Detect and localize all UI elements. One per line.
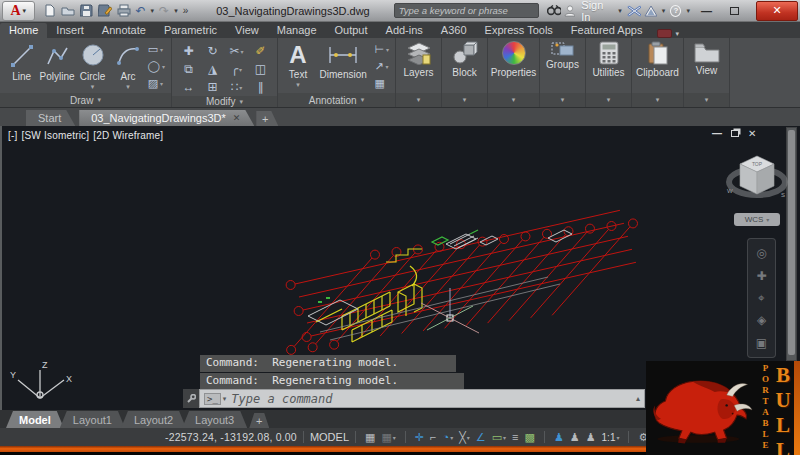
array-tool[interactable]: ∷▾	[231, 81, 243, 93]
autoscale-toggle[interactable]: ♟	[570, 432, 580, 443]
a360-x-icon[interactable]	[627, 5, 641, 17]
tab-annotate[interactable]: Annotate	[93, 23, 155, 38]
qat-overflow-icon[interactable]: »	[183, 5, 189, 16]
search-input[interactable]	[399, 5, 534, 16]
annotation-visibility-toggle[interactable]: ♟	[554, 432, 564, 443]
visual-style-control[interactable]: [2D Wireframe]	[93, 130, 163, 141]
groups-expand-icon[interactable]: ▾	[561, 96, 565, 104]
undo-icon[interactable]: ↶	[136, 5, 146, 17]
viewport-menu-control[interactable]: [-]	[8, 130, 18, 141]
tab-a360[interactable]: A360	[432, 23, 476, 38]
draw-panel-footer[interactable]: Draw ▾	[0, 93, 171, 107]
circle-button[interactable]: Circle ▾	[75, 40, 110, 93]
exchange-dropdown-icon[interactable]: ▾	[662, 7, 666, 15]
command-input[interactable]	[231, 392, 632, 406]
scale-tool[interactable]: ⊞	[207, 81, 217, 93]
redo-icon[interactable]: ↷	[159, 5, 169, 17]
tab-parametric[interactable]: Parametric	[155, 23, 226, 38]
exchange-apps-icon[interactable]	[644, 5, 657, 17]
utilities-expand-icon[interactable]: ▾	[607, 96, 611, 104]
line-button[interactable]: Line	[4, 40, 39, 93]
grid-display-toggle[interactable]: ▦	[365, 432, 375, 443]
arc-button[interactable]: Arc ▾	[110, 40, 145, 93]
dimension-style-tool[interactable]: ⊢ ▾	[374, 44, 389, 55]
new-drawing-tab-button[interactable]: +	[256, 111, 278, 126]
layers-panel[interactable]: Layers ▾	[396, 38, 442, 107]
sign-in-person-icon[interactable]	[564, 5, 575, 17]
tab-output[interactable]: Output	[326, 23, 377, 38]
navigation-wheel-icon[interactable]: ◎	[756, 247, 766, 259]
tab-add-ins[interactable]: Add-ins	[377, 23, 432, 38]
sign-in-dropdown-icon[interactable]: ▾	[618, 7, 622, 15]
help-icon[interactable]: ?	[670, 5, 681, 17]
dimension-button[interactable]: Dimension	[314, 40, 372, 93]
undo-dropdown-icon[interactable]: ▾	[151, 7, 155, 15]
tab-insert[interactable]: Insert	[47, 23, 93, 38]
layout-tab-model[interactable]: Model	[6, 411, 64, 428]
command-palette[interactable]: >_ ▾ ▴	[183, 389, 645, 408]
fillet-tool[interactable]: ╭▾	[231, 63, 242, 75]
close-button[interactable]: ✕	[756, 1, 798, 21]
mirror-tool[interactable]: ◮	[208, 63, 217, 75]
stretch-tool[interactable]: ↔	[183, 81, 195, 93]
modify-panel-footer[interactable]: Modify ▾	[172, 96, 277, 107]
trim-tool[interactable]: ✂▾	[229, 45, 243, 57]
move-tool[interactable]: ✚	[183, 45, 193, 57]
scale-selector[interactable]: 1:1▾	[602, 432, 620, 443]
command-customize-button[interactable]	[183, 389, 199, 408]
text-button[interactable]: A Text ▾	[282, 40, 314, 93]
annotation-panel-footer[interactable]: Annotation ▾	[278, 93, 395, 107]
clipboard-expand-icon[interactable]: ▾	[656, 96, 660, 104]
file-tab-close-icon[interactable]: ✕	[233, 113, 241, 123]
drawing-minimize-icon[interactable]: —	[712, 128, 722, 139]
save-icon[interactable]	[80, 4, 93, 17]
command-expand-icon[interactable]: ▴	[636, 394, 640, 403]
hatch-tool[interactable]: ▨ ▾	[148, 78, 165, 89]
tab-home[interactable]: Home	[0, 23, 47, 38]
annotation-scale-button[interactable]: ♟	[586, 432, 596, 443]
plot-printer-icon[interactable]	[117, 4, 131, 17]
pan-icon[interactable]: ✚	[756, 270, 766, 282]
groups-panel[interactable]: Groups ▾	[540, 38, 586, 107]
zoom-extents-icon[interactable]: ⌖	[758, 292, 765, 304]
rectangle-tool[interactable]: ▭ ▾	[148, 44, 165, 55]
model-space-toggle[interactable]: MODEL	[310, 431, 349, 443]
minimize-button[interactable]: —	[692, 5, 721, 17]
help-dropdown-icon[interactable]: ▾	[686, 7, 690, 15]
ribbon-extra-icon[interactable]	[657, 29, 672, 38]
offset-tool[interactable]: ∥	[258, 81, 264, 93]
view-panel[interactable]: View ▾	[684, 38, 730, 107]
ellipse-tool[interactable]: ◯ ▾	[148, 61, 165, 72]
block-panel[interactable]: Block ▾	[442, 38, 488, 107]
viewcube[interactable]: TOP W S	[724, 146, 792, 212]
wcs-dropdown[interactable]: WCS ▾	[734, 213, 780, 226]
sign-in-label[interactable]: Sign In	[581, 0, 613, 23]
application-menu-button[interactable]: A ▾	[2, 1, 35, 21]
search-field[interactable]	[394, 3, 539, 18]
circle-dropdown-icon[interactable]: ▾	[91, 83, 95, 91]
explode-tool[interactable]: ◫	[255, 63, 266, 75]
leader-tool[interactable]: ↗ ▾	[374, 61, 389, 72]
redo-dropdown-icon[interactable]: ▾	[174, 7, 178, 15]
tab-view[interactable]: View	[226, 23, 268, 38]
polyline-button[interactable]: Polyline	[39, 40, 74, 93]
properties-expand-icon[interactable]: ▾	[512, 96, 516, 104]
utilities-panel[interactable]: Utilities ▾	[586, 38, 632, 107]
rotate-tool[interactable]: ↻	[207, 45, 217, 57]
layout-tab-layout3[interactable]: Layout3	[182, 411, 247, 428]
snap-tracking-toggle[interactable]: ✛	[415, 432, 424, 443]
arc-dropdown-icon[interactable]: ▾	[126, 83, 130, 91]
ortho-toggle[interactable]: ⌐	[430, 432, 436, 443]
transparency-toggle[interactable]: ▩	[525, 432, 535, 443]
snap-mode-toggle[interactable]: ▦▾	[381, 432, 395, 443]
ribbon-extra-dropdown-icon[interactable]: ▾	[675, 30, 679, 38]
file-tab-start[interactable]: Start	[26, 110, 75, 126]
block-expand-icon[interactable]: ▾	[463, 96, 467, 104]
lineweight-toggle[interactable]: ≡	[512, 432, 518, 443]
maximize-button[interactable]	[730, 7, 739, 15]
tab-express-tools[interactable]: Express Tools	[476, 23, 562, 38]
new-layout-button[interactable]: +	[249, 413, 269, 428]
file-tab-drawing[interactable]: 03_NavigatingDrawings3D* ✕	[79, 110, 254, 126]
dynamic-input-toggle[interactable]: ▭▾	[492, 432, 506, 443]
tab-manage[interactable]: Manage	[268, 23, 326, 38]
